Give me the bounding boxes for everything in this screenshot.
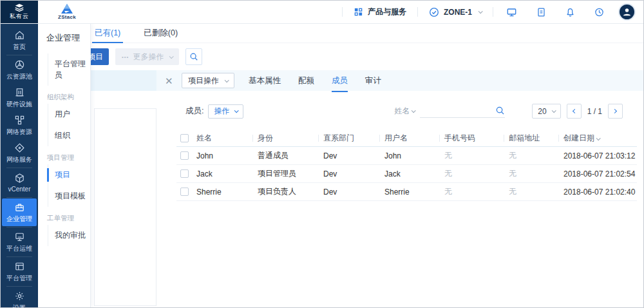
select-all-checkbox[interactable] <box>180 134 189 142</box>
page-size-select[interactable]: 20 <box>532 104 560 119</box>
sidebar-item-cloud-pool[interactable]: 云资源池 <box>1 56 38 84</box>
sidebar-divider <box>6 55 32 55</box>
menu-item-project[interactable]: 项目 <box>48 164 90 186</box>
zstack-console-window: 私有云 ZStack 产品与服务 <box>0 0 644 308</box>
menu-panel-title: 企业管理 <box>46 32 90 44</box>
menu-item-user[interactable]: 用户 <box>48 104 90 125</box>
table-row[interactable]: John 普通成员 Dev John 无 无 2018-06-07 21:03:… <box>176 147 637 165</box>
tab-members[interactable]: 成员 <box>332 75 348 86</box>
avatar-icon <box>621 6 632 17</box>
menu-section-org: 组织架构 <box>47 93 90 102</box>
sidebar-item-hardware[interactable]: 硬件设施 <box>1 84 38 111</box>
tab-audit[interactable]: 审计 <box>365 75 381 86</box>
members-table: 姓名 身份 直系部门 用户名 手机号码 邮箱地址 创建日期 John 普通成员 … <box>176 130 637 201</box>
more-actions-button[interactable]: ••• 更多操作 <box>115 48 179 65</box>
sidebar-item-network-service[interactable]: 网络服务 <box>1 139 38 167</box>
cell-email: 无 <box>505 150 560 161</box>
hardware-building-icon <box>14 87 25 98</box>
sidebar-divider <box>6 256 32 257</box>
prev-page-button[interactable] <box>567 104 582 119</box>
members-table-header: 姓名 身份 直系部门 用户名 手机号码 邮箱地址 创建日期 <box>176 130 637 147</box>
products-services-menu[interactable]: 产品与服务 <box>343 6 417 17</box>
row-checkbox[interactable] <box>180 169 189 178</box>
tab-existing[interactable]: 已有(1) <box>95 24 120 43</box>
row-checkbox[interactable] <box>180 188 189 196</box>
zone-label: ZONE-1 <box>444 8 472 17</box>
grid-icon <box>354 7 363 17</box>
close-icon[interactable]: ✕ <box>165 76 176 86</box>
member-search <box>420 104 505 118</box>
cell-created: 2018-06-07 21:03:12 <box>560 151 637 160</box>
member-search-input[interactable] <box>420 105 505 118</box>
more-actions-label: 更多操作 <box>133 52 164 63</box>
history-clock-icon[interactable] <box>594 7 604 17</box>
platform-window-icon <box>14 261 25 272</box>
chevron-left-icon <box>573 109 577 113</box>
detail-tabs: 基本属性 配额 成员 审计 <box>249 75 381 86</box>
cell-username: Jack <box>381 169 440 178</box>
project-actions-button[interactable]: 项目操作 <box>182 73 234 88</box>
tab-basic-properties[interactable]: 基本属性 <box>249 75 281 86</box>
sidebar-item-home[interactable]: 首页 <box>1 26 38 54</box>
sidebar-item-label: 云资源池 <box>6 72 32 81</box>
sidebar-item-label: 网络服务 <box>6 155 32 164</box>
cell-dept: Dev <box>319 151 381 160</box>
cell-username: John <box>381 151 440 160</box>
sort-chevron-icon <box>596 136 601 140</box>
sidebar-item-vcenter[interactable]: vCenter <box>1 169 38 197</box>
sidebar-item-label: 首页 <box>13 43 26 52</box>
cell-created: 2018-06-07 21:02:40 <box>560 188 637 197</box>
stack-icon <box>14 3 25 12</box>
sidebar-item-platform-management[interactable]: 平台管理 <box>1 258 38 285</box>
menu-group: 项目 项目模板 <box>48 164 90 207</box>
search-field-selector[interactable]: 姓名 <box>394 106 415 117</box>
page-size-value: 20 <box>538 107 546 116</box>
list-search-button[interactable] <box>185 48 202 65</box>
sidebar-item-settings[interactable]: 设置 <box>1 287 38 308</box>
tab-deleted[interactable]: 已删除(0) <box>144 24 178 43</box>
enterprise-menu-panel: 企业管理 平台管理员 组织架构 用户 组织 项目管理 项目 项目模板 工单管理 … <box>38 24 91 307</box>
bell-icon[interactable] <box>565 7 575 17</box>
menu-item-project-template[interactable]: 项目模板 <box>48 186 90 207</box>
row-checkbox[interactable] <box>180 151 189 160</box>
search-icon[interactable] <box>495 106 505 115</box>
next-page-button[interactable] <box>608 104 623 119</box>
menu-item-my-approval[interactable]: 我的审批 <box>48 225 90 246</box>
chevron-down-icon <box>412 108 416 113</box>
sidebar-divider <box>6 227 32 227</box>
page-info: 1 / 1 <box>587 107 602 116</box>
sidebar-divider <box>6 197 32 198</box>
private-cloud-logo: 私有云 <box>1 1 38 23</box>
cell-phone: 无 <box>440 150 505 161</box>
select-all-cell <box>176 134 193 142</box>
topbar-icon-group <box>493 7 618 17</box>
table-row[interactable]: Jack 项目管理员 Dev Jack 无 无 2018-06-07 21:02… <box>176 165 637 183</box>
table-row[interactable]: Sherrie 项目负责人 Dev Sherrie 无 无 2018-06-07… <box>176 183 637 201</box>
sidebar-item-network-resource[interactable]: 网络资源 <box>1 111 38 139</box>
project-detail-panel: ✕ 项目操作 基本属性 配额 成员 审计 成员: 操作 <box>156 70 643 307</box>
menu-item-organization[interactable]: 组织 <box>48 125 90 146</box>
col-created[interactable]: 创建日期 <box>560 133 637 144</box>
zone-selector[interactable]: ZONE-1 <box>418 7 493 17</box>
member-action-button[interactable]: 操作 <box>208 104 243 119</box>
document-icon[interactable] <box>536 7 546 17</box>
cell-role: 项目管理员 <box>254 168 319 179</box>
menu-item-platform-admin[interactable]: 平台管理员 <box>48 53 90 86</box>
private-cloud-label: 私有云 <box>10 12 29 21</box>
chevron-down-icon <box>551 108 556 113</box>
console-monitor-icon[interactable] <box>506 7 517 17</box>
ops-monitor-icon <box>14 231 25 242</box>
user-avatar[interactable] <box>618 3 636 21</box>
gear-icon <box>14 291 25 302</box>
row-select-cell <box>176 188 193 196</box>
network-resource-icon <box>14 115 25 126</box>
sidebar-item-platform-ops[interactable]: 平台运维 <box>1 228 38 256</box>
chevron-down-icon <box>234 108 239 113</box>
sidebar-item-enterprise[interactable]: 企业管理 <box>2 198 37 226</box>
tab-quota[interactable]: 配额 <box>298 75 314 86</box>
members-toolbar: 成员: 操作 姓名 20 <box>185 104 623 119</box>
menu-group: 我的审批 <box>48 225 90 246</box>
members-toolbar-right: 姓名 20 1 / 1 <box>394 104 623 119</box>
sidebar-divider <box>6 168 32 168</box>
products-services-label: 产品与服务 <box>368 6 406 17</box>
